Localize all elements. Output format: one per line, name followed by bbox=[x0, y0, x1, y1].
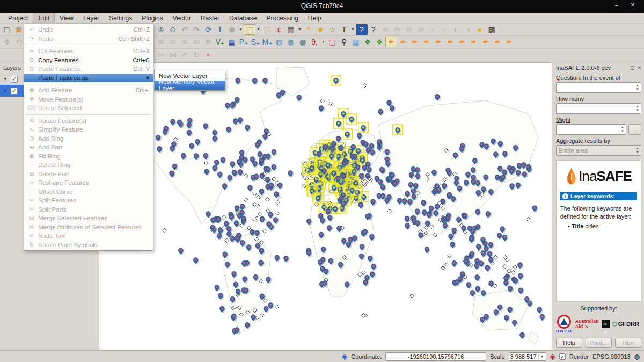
add-vector-layer-button[interactable]: V₊ bbox=[214, 37, 226, 47]
menu-view[interactable]: View bbox=[55, 13, 78, 23]
new-layer-drop[interactable]: ▾ bbox=[320, 37, 326, 47]
zoom-last-button[interactable]: ↶ bbox=[179, 24, 191, 35]
text-annotation-button[interactable]: T bbox=[338, 24, 350, 35]
whats-this-button[interactable]: ? bbox=[368, 24, 379, 35]
inasafe-converter-button[interactable]: ✒ bbox=[456, 37, 468, 47]
inasafe-save-scenario-button[interactable]: ✒ bbox=[480, 37, 492, 47]
add-wfs-layer-button[interactable]: ◍ bbox=[297, 37, 309, 47]
menu-item-offset-curve: ⌒Offset Curve bbox=[24, 187, 153, 197]
node-tool-button: ✍ bbox=[179, 49, 191, 60]
inasafe-keywords-editor-button[interactable]: ✒ bbox=[397, 37, 409, 47]
minimize-button[interactable]: – bbox=[612, 2, 621, 10]
menu-help[interactable]: Help bbox=[303, 13, 326, 23]
dock-close-icon[interactable]: ✕ bbox=[637, 65, 641, 70]
refresh-button[interactable]: ⟳ bbox=[202, 24, 214, 35]
menu-layer[interactable]: Layer bbox=[78, 13, 104, 23]
plugin-installer-button[interactable]: ❖ bbox=[374, 37, 385, 47]
highlight-pinned-button[interactable]: ● bbox=[474, 24, 486, 35]
select-rectangle-button[interactable]: ⬚ bbox=[244, 24, 255, 35]
help-contents-button[interactable]: ? bbox=[356, 24, 368, 35]
expand-arrow-icon[interactable]: ▼ bbox=[3, 89, 8, 93]
open-project-button[interactable]: ▣ bbox=[13, 24, 25, 35]
attr-drop[interactable]: ▾ bbox=[297, 24, 303, 35]
exposure-combobox[interactable]: ▲▼ bbox=[556, 103, 641, 114]
status-bar: ◉ Coordinate: -19260190,15796716 Scale 3… bbox=[0, 350, 644, 362]
select-drop[interactable]: ▾ bbox=[255, 24, 261, 35]
keyword-item: • Title cities bbox=[560, 223, 637, 229]
deselect-all-button[interactable]: ⬚ bbox=[261, 24, 273, 35]
attribute-table-button[interactable]: ▦ bbox=[285, 24, 297, 35]
function-options-button[interactable]: ... bbox=[628, 124, 641, 135]
menu-processing[interactable]: Processing bbox=[261, 13, 303, 23]
add-wms-layer-button[interactable]: ◍ bbox=[273, 37, 285, 47]
new-bookmark-button[interactable]: ★ bbox=[314, 24, 326, 35]
expand-arrow-icon[interactable]: ▼ bbox=[3, 77, 8, 82]
measure-button[interactable]: ε bbox=[273, 24, 285, 35]
map-canvas[interactable] bbox=[99, 62, 552, 350]
hazard-combobox[interactable]: ▲▼ bbox=[556, 82, 641, 93]
move-label-button: ◐ bbox=[450, 24, 462, 35]
osm-search-button[interactable]: ⚲ bbox=[338, 37, 350, 47]
snapping-target-button[interactable]: ⌖ bbox=[202, 49, 214, 60]
scale-combobox[interactable]: 3 988 517▼ bbox=[509, 352, 546, 361]
new-project-button[interactable]: ▢ bbox=[1, 24, 13, 35]
aggregation-combobox[interactable]: Entire area▲▼ bbox=[556, 145, 641, 156]
inasafe-reload-button[interactable]: ✒ bbox=[409, 37, 421, 47]
coordinate-input[interactable]: -19260190,15796716 bbox=[385, 352, 486, 361]
add-oracle-layer-button[interactable]: 9, bbox=[309, 37, 320, 47]
menu-item-merge-selected-features: ⋈Merge Selected Features bbox=[24, 214, 153, 223]
menu-settings[interactable]: Settings bbox=[104, 13, 137, 23]
new-shapefile-layer-button[interactable]: ▢ bbox=[326, 37, 338, 47]
zoom-out-button[interactable]: ⊖ bbox=[167, 24, 179, 35]
crs-icon[interactable]: ◍ bbox=[634, 353, 640, 360]
style-manager-button[interactable]: ▦ bbox=[350, 37, 362, 47]
render-status-icon[interactable]: ◉ bbox=[342, 353, 347, 360]
inasafe-options-button[interactable]: ✒ bbox=[421, 37, 433, 47]
magnifier-icon[interactable]: ◉ bbox=[550, 353, 555, 360]
add-postgis-layer-button[interactable]: P₊ bbox=[238, 37, 250, 47]
map-tips-button[interactable]: ❝ bbox=[303, 24, 314, 35]
menu-database[interactable]: Database bbox=[224, 13, 261, 23]
australian-aid-logo: Australian Aid ➘ bbox=[575, 319, 599, 329]
render-checkbox[interactable]: ✓ bbox=[559, 353, 566, 360]
add-spatialite-layer-button[interactable]: S₊ bbox=[250, 37, 261, 47]
close-button[interactable]: ✕ bbox=[628, 2, 638, 10]
diagram-options-button[interactable]: ▩ bbox=[486, 24, 497, 35]
inasafe-dock-toggle-button[interactable]: ✒ bbox=[385, 37, 397, 47]
add-raster-layer-button[interactable]: ▦ bbox=[226, 37, 238, 47]
inasafe-add-layer-button[interactable]: ✒ bbox=[503, 37, 515, 47]
function-combobox[interactable]: ▲▼ bbox=[556, 124, 626, 135]
inasafe-batch-runner-button[interactable]: ✒ bbox=[468, 37, 480, 47]
submenu-item-new-memory-vector-layer[interactable]: New Memory Vector Layer bbox=[155, 81, 225, 90]
inasafe-dock: InaSAFE 2.0.0-6 dev ◱ ✕ Question: In the… bbox=[553, 62, 644, 350]
world-map[interactable] bbox=[99, 63, 552, 350]
inasafe-impact-report-button[interactable]: ✒ bbox=[433, 37, 444, 47]
inasafe-osm-downloader-button[interactable]: ✒ bbox=[492, 37, 503, 47]
menu-item-paste-features-as[interactable]: Paste Features as▶ bbox=[24, 74, 153, 83]
edit-menu: ↶UndoCtrl+Z↷RedoCtrl+Shift+Z✂Cut Feature… bbox=[24, 24, 153, 251]
menu-raster[interactable]: Raster bbox=[196, 13, 224, 23]
python-console-button[interactable]: ❖ bbox=[362, 37, 374, 47]
show-bookmarks-button[interactable]: ☆ bbox=[326, 24, 338, 35]
menu-plugins[interactable]: Plugins bbox=[137, 13, 167, 23]
rotate-symbols-tool-button: ↻ bbox=[191, 49, 202, 60]
layer-visibility-checkbox[interactable]: ✓ bbox=[11, 88, 18, 95]
zoom-drop[interactable]: ▾ bbox=[238, 24, 244, 35]
annotation-drop[interactable]: ▾ bbox=[350, 24, 356, 35]
zoom-in-button[interactable]: ⊕ bbox=[155, 24, 167, 35]
zoom-native-button[interactable]: ⊚ bbox=[226, 24, 238, 35]
crs-status: EPSG:900913 bbox=[592, 353, 630, 360]
help-button[interactable]: Help bbox=[556, 338, 582, 348]
dock-float-icon[interactable]: ◱ bbox=[630, 65, 635, 70]
menu-item-copy-features[interactable]: ⧉Copy FeaturesCtrl+C bbox=[24, 56, 153, 65]
inasafe-minimum-needs-button[interactable]: ✒ bbox=[444, 37, 456, 47]
menu-vector[interactable]: Vector bbox=[168, 13, 196, 23]
add-mssql-layer-button[interactable]: M₊ bbox=[261, 37, 273, 47]
menu-edit[interactable]: Edit bbox=[33, 13, 55, 23]
add-wcs-layer-button[interactable]: ◍ bbox=[285, 37, 297, 47]
identify-button[interactable]: ℹ bbox=[214, 24, 226, 35]
zoom-next-button[interactable]: ↷ bbox=[191, 24, 202, 35]
info-icon: i bbox=[562, 193, 568, 199]
menu-project[interactable]: Project bbox=[3, 13, 33, 23]
layer-visibility-checkbox[interactable]: ✓ bbox=[11, 76, 18, 83]
